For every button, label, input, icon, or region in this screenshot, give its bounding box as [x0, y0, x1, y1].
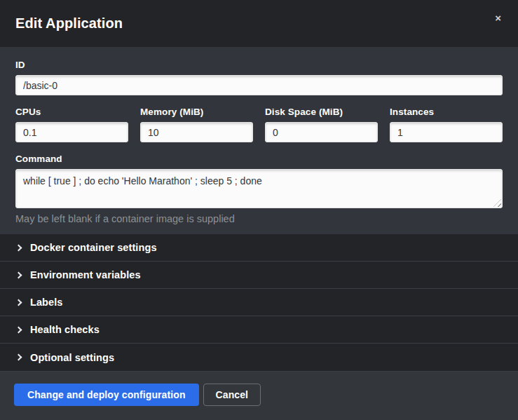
accordion-label: Health checks — [30, 324, 100, 335]
modal-header: Edit Application × — [0, 0, 518, 47]
memory-label: Memory (MiB) — [140, 107, 253, 117]
instances-field-group: Instances — [390, 107, 503, 142]
disk-input[interactable] — [265, 122, 378, 142]
chevron-right-icon — [15, 354, 22, 361]
command-label: Command — [15, 154, 503, 164]
accordion-label: Docker container settings — [30, 242, 157, 253]
id-field-group: ID — [15, 60, 503, 95]
chevron-right-icon — [15, 244, 22, 251]
change-and-deploy-button[interactable]: Change and deploy configuration — [14, 384, 199, 406]
cpus-label: CPUs — [15, 107, 128, 117]
cpus-field-group: CPUs — [15, 107, 128, 142]
cancel-button[interactable]: Cancel — [203, 384, 261, 406]
command-help-text: May be left blank if a container image i… — [15, 213, 503, 224]
accordion-optional-settings[interactable]: Optional settings — [0, 344, 518, 371]
command-textarea-wrap: while [ true ] ; do echo 'Hello Marathon… — [15, 169, 503, 208]
disk-field-group: Disk Space (MiB) — [265, 107, 378, 142]
command-field-group: Command while [ true ] ; do echo 'Hello … — [15, 154, 503, 224]
application-form: ID CPUs Memory (MiB) Disk Space (MiB) In… — [0, 47, 518, 234]
id-label: ID — [15, 60, 503, 70]
resources-row: CPUs Memory (MiB) Disk Space (MiB) Insta… — [15, 107, 503, 142]
accordion-docker-container-settings[interactable]: Docker container settings — [0, 234, 518, 262]
modal-footer: Change and deploy configuration Cancel — [0, 371, 518, 420]
modal-title: Edit Application — [15, 15, 123, 32]
memory-input[interactable] — [140, 122, 253, 142]
edit-application-modal: Edit Application × ID CPUs Memory (MiB) … — [0, 0, 518, 420]
instances-label: Instances — [390, 107, 503, 117]
cpus-input[interactable] — [15, 122, 128, 142]
chevron-right-icon — [15, 326, 22, 333]
accordion-health-checks[interactable]: Health checks — [0, 316, 518, 344]
close-icon[interactable]: × — [492, 10, 504, 26]
chevron-right-icon — [15, 299, 22, 306]
command-textarea[interactable]: while [ true ] ; do echo 'Hello Marathon… — [15, 169, 503, 208]
settings-accordion: Docker container settings Environment va… — [0, 234, 518, 371]
instances-input[interactable] — [390, 122, 503, 142]
accordion-label: Optional settings — [30, 352, 114, 363]
accordion-labels[interactable]: Labels — [0, 289, 518, 316]
memory-field-group: Memory (MiB) — [140, 107, 253, 142]
accordion-label: Environment variables — [30, 269, 141, 280]
chevron-right-icon — [15, 271, 22, 278]
id-input[interactable] — [15, 75, 503, 95]
accordion-label: Labels — [30, 297, 63, 308]
disk-label: Disk Space (MiB) — [265, 107, 378, 117]
accordion-environment-variables[interactable]: Environment variables — [0, 262, 518, 289]
